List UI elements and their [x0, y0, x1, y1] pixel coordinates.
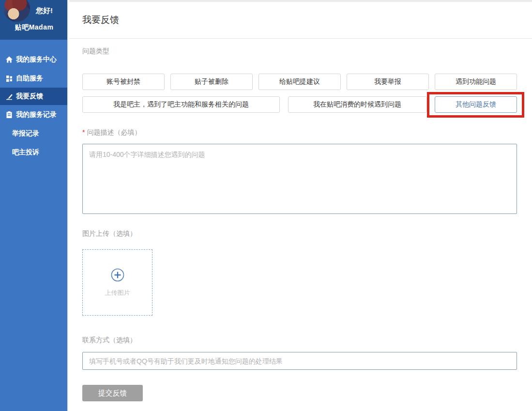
sidebar-item-label: 自助服务 [16, 74, 43, 83]
problem-type-option-account-banned[interactable]: 账号被封禁 [82, 74, 165, 90]
grid-icon [5, 75, 13, 82]
submit-feedback-button[interactable]: 提交反馈 [82, 385, 143, 401]
sidebar-profile-header: 您好! 贴吧Madam [0, 0, 67, 40]
pencil-icon [5, 92, 13, 100]
sidebar-nav: 我的服务中心 自助服务 [0, 40, 67, 162]
sidebar: 您好! 贴吧Madam 我的服务中心 自助服务 [0, 0, 68, 411]
home-icon [5, 56, 13, 63]
clipboard-icon [5, 111, 13, 119]
feedback-page: 您好! 贴吧Madam 我的服务中心 自助服务 [0, 0, 532, 411]
problem-type-option-function-issue[interactable]: 遇到功能问题 [435, 74, 517, 90]
sidebar-item-moderator-complaint[interactable]: 吧主投诉 [0, 143, 67, 162]
username-text: 贴吧Madam [0, 23, 68, 32]
sidebar-item-service-records[interactable]: 我的服务记录 [0, 105, 67, 124]
main-content: 我要反馈 问题类型 账号被封禁 贴子被删除 给贴吧提建议 我要举报 遇到功能问题… [69, 0, 532, 411]
problem-type-row-1: 账号被封禁 贴子被删除 给贴吧提建议 我要举报 遇到功能问题 [82, 74, 517, 90]
page-header: 我要反馈 [69, 2, 532, 39]
sidebar-item-report-records[interactable]: 举报记录 [0, 124, 67, 143]
sidebar-item-label: 我的服务中心 [16, 55, 57, 64]
contact-label: 联系方式（选填） [82, 335, 532, 345]
problem-type-label: 问题类型 [82, 46, 532, 56]
sidebar-item-label: 我要反馈 [16, 92, 43, 101]
greeting-text: 您好! [36, 6, 53, 15]
problem-type-option-other-selected[interactable]: 其他问题反馈 [435, 96, 517, 113]
description-textarea[interactable] [82, 144, 517, 214]
description-label-row: *问题描述（必填） [82, 127, 532, 137]
upload-button-text: 上传图片 [105, 289, 130, 297]
problem-type-option-post-deleted[interactable]: 贴子被删除 [170, 74, 253, 90]
page-title: 我要反馈 [69, 2, 532, 26]
sidebar-item-label: 我的服务记录 [16, 110, 57, 119]
description-label: 问题描述（必填） [87, 128, 141, 136]
upload-label: 图片上传（选填） [82, 228, 532, 238]
sidebar-item-service-center[interactable]: 我的服务中心 [0, 50, 67, 69]
sidebar-item-label: 吧主投诉 [12, 148, 39, 157]
problem-type-option-report[interactable]: 我要举报 [347, 74, 429, 90]
sidebar-item-feedback[interactable]: 我要反馈 [0, 88, 67, 105]
avatar[interactable] [3, 0, 30, 22]
problem-type-option-purchase-issue[interactable]: 我在贴吧消费的时候遇到问题 [288, 96, 427, 113]
sidebar-item-label: 举报记录 [12, 129, 39, 138]
contact-input[interactable] [82, 352, 517, 370]
problem-type-option-suggestion[interactable]: 给贴吧提建议 [258, 74, 341, 90]
problem-type-row-2: 我是吧主，遇到了吧主功能和服务相关的问题 我在贴吧消费的时候遇到问题 其他问题反… [82, 96, 517, 113]
feedback-form: 问题类型 账号被封禁 贴子被删除 给贴吧提建议 我要举报 遇到功能问题 我是吧主… [69, 46, 532, 401]
problem-type-option-moderator-issue[interactable]: 我是吧主，遇到了吧主功能和服务相关的问题 [82, 96, 280, 113]
upload-image-button[interactable]: 上传图片 [82, 249, 152, 316]
selected-option-wrapper: 其他问题反馈 [435, 96, 517, 113]
required-asterisk: * [82, 128, 85, 136]
plus-circle-icon [110, 268, 125, 284]
sidebar-item-self-service[interactable]: 自助服务 [0, 69, 67, 88]
